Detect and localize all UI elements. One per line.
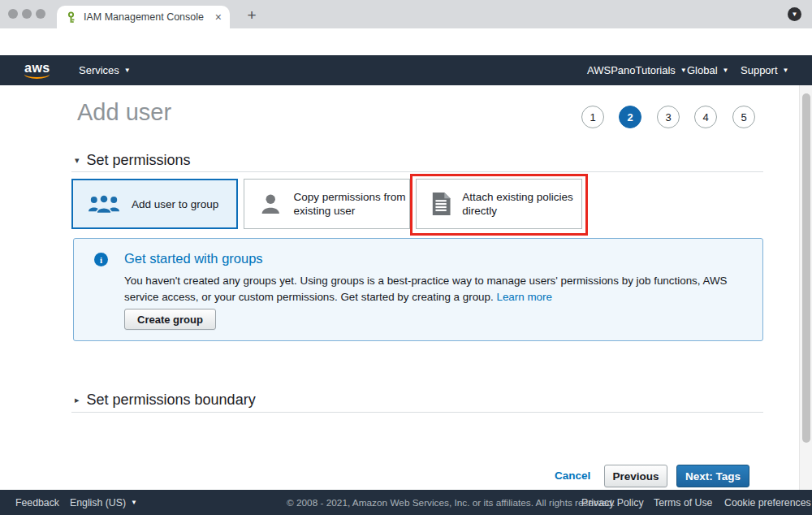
single-user-icon	[259, 192, 283, 216]
feedback-link[interactable]: Feedback	[15, 490, 59, 515]
info-body-text: You haven't created any groups yet. Usin…	[124, 275, 727, 303]
policy-document-icon	[431, 192, 451, 216]
chevron-down-icon: ▼	[124, 67, 131, 74]
close-tab-icon[interactable]: ×	[215, 11, 222, 24]
aws-nav-bar: aws Services ▼ [Option+S]	[0, 55, 812, 85]
main-content: Add user 1 2 3 4 5 ▾ Set permissions Add…	[0, 85, 812, 490]
region-menu[interactable]: Global ▼	[687, 55, 729, 85]
zoom-window-button[interactable]	[36, 9, 45, 19]
card-add-user-to-group[interactable]: Add user to group	[71, 179, 238, 229]
set-permissions-boundary-header[interactable]: ▸ Set permissions boundary	[75, 392, 256, 409]
aws-footer: Feedback English (US) ▼ © 2008 - 2021, A…	[0, 490, 812, 515]
info-icon: i	[94, 253, 108, 266]
scrollbar-thumb[interactable]	[802, 93, 810, 443]
user-group-icon	[88, 193, 120, 214]
browser-window: IAM Management Console × + ▼ ← → ↻ https…	[0, 0, 812, 515]
terms-of-use-link[interactable]: Terms of Use	[654, 490, 712, 515]
language-selector[interactable]: English (US) ▼	[70, 490, 137, 515]
step-indicator-2-active: 2	[619, 106, 641, 128]
chevron-down-icon: ▼	[723, 67, 729, 74]
page-title: Add user	[77, 99, 171, 126]
chevron-down-icon: ▼	[680, 67, 687, 74]
next-tags-button[interactable]: Next: Tags	[676, 465, 749, 487]
browser-tab[interactable]: IAM Management Console ×	[57, 6, 230, 28]
card-copy-permissions[interactable]: Copy permissions from existing user	[244, 179, 410, 229]
aws-logo[interactable]: aws	[24, 61, 50, 79]
create-group-button[interactable]: Create group	[124, 309, 216, 330]
iam-key-favicon	[65, 11, 77, 24]
support-menu[interactable]: Support ▼	[741, 55, 788, 85]
cancel-link[interactable]: Cancel	[555, 470, 590, 482]
card-label: Attach existing policies directly	[462, 190, 581, 218]
card-label: Copy permissions from existing user	[294, 190, 410, 218]
tab-search-button[interactable]: ▼	[788, 7, 801, 21]
minimize-window-button[interactable]	[22, 9, 32, 19]
divider	[71, 171, 763, 172]
info-body: You haven't created any groups yet. Usin…	[124, 273, 741, 305]
get-started-info-box: i Get started with groups You haven't cr…	[73, 238, 763, 341]
step-indicator-4: 4	[694, 106, 717, 128]
scrollbar-track[interactable]	[799, 85, 812, 490]
card-label: Add user to group	[132, 197, 218, 211]
tab-title: IAM Management Console	[84, 11, 210, 23]
services-menu[interactable]: Services ▼	[79, 55, 131, 85]
card-attach-policies[interactable]: Attach existing policies directly	[416, 179, 582, 229]
expand-caret-icon: ▸	[75, 395, 80, 405]
chevron-down-icon: ▼	[783, 67, 789, 74]
new-tab-button[interactable]: +	[241, 5, 262, 26]
cookie-preferences-link[interactable]: Cookie preferences	[724, 490, 811, 515]
copyright-text: © 2008 - 2021, Amazon Web Services, Inc.…	[287, 490, 615, 515]
tab-strip: IAM Management Console × + ▼	[0, 0, 812, 28]
divider	[71, 412, 763, 413]
learn-more-link[interactable]: Learn more	[496, 291, 551, 303]
chevron-down-icon: ▼	[131, 499, 137, 506]
privacy-policy-link[interactable]: Privacy Policy	[581, 490, 644, 515]
set-permissions-header[interactable]: ▾ Set permissions	[75, 152, 191, 169]
account-menu[interactable]: AWSPanoTutorials ▼	[587, 55, 687, 85]
previous-button[interactable]: Previous	[604, 465, 667, 487]
collapse-caret-icon: ▾	[75, 155, 80, 166]
step-indicator-1: 1	[581, 106, 604, 128]
step-indicator-3: 3	[657, 106, 680, 128]
browser-toolbar: ← → ↻ https://console.aws.amazon.com/iam…	[0, 28, 812, 55]
step-indicator-5: 5	[732, 106, 755, 128]
close-window-button[interactable]	[8, 9, 18, 19]
info-title: Get started with groups	[124, 251, 263, 266]
